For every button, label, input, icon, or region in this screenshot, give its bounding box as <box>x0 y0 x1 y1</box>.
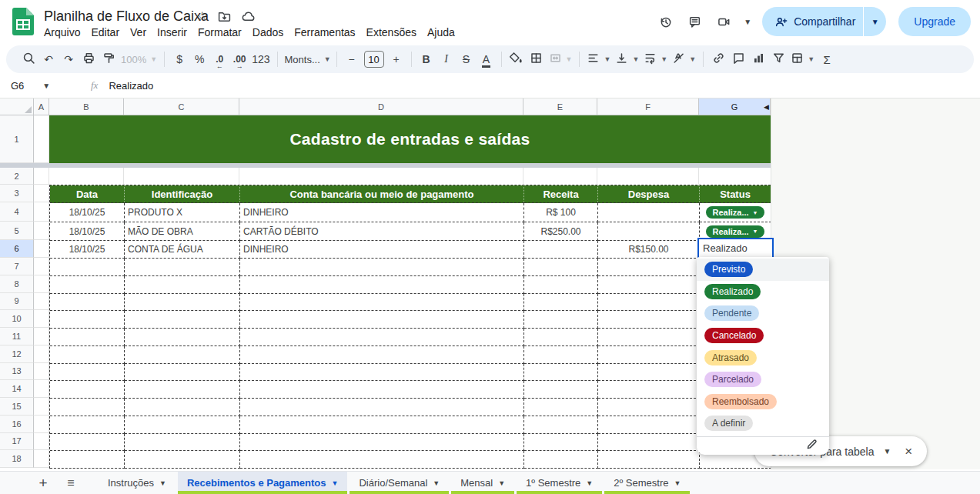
toolbar-borders[interactable] <box>527 49 547 69</box>
tab-di-rio-semanal[interactable]: Diário/Semanal▼ <box>350 472 449 494</box>
tab-caret-icon[interactable]: ▼ <box>159 479 166 487</box>
table-cell-empty[interactable] <box>240 364 524 382</box>
toolbar-table-views[interactable]: ▼ <box>788 49 817 69</box>
toolbar-format-currency[interactable]: $ <box>169 49 189 69</box>
row-header-15[interactable]: 15 <box>0 398 34 416</box>
table-cell[interactable]: PRODUTO X <box>125 203 240 222</box>
row-header-2[interactable]: 2 <box>0 168 34 185</box>
table-cell-empty[interactable] <box>50 399 125 416</box>
row-header-16[interactable]: 16 <box>0 416 34 433</box>
row-header-5[interactable]: 5 <box>0 222 34 240</box>
menu-editar[interactable]: Editar <box>85 25 125 40</box>
star-icon[interactable]: ☆ <box>196 10 208 24</box>
table-header-despesa[interactable]: Despesa <box>598 185 700 203</box>
column-header-G[interactable]: G◀ <box>699 98 771 115</box>
column-header-B[interactable]: B <box>49 98 124 115</box>
status-chip[interactable]: Realiza...▼ <box>706 225 764 238</box>
table-header-identifica-o[interactable]: Identificação <box>125 185 240 203</box>
table-cell-empty[interactable] <box>125 294 240 312</box>
column-header-F[interactable]: F <box>597 98 699 115</box>
toolbar-insert-link[interactable] <box>708 49 728 69</box>
toolbar-strikethrough[interactable]: S <box>457 49 477 69</box>
toolbar-decrease-decimals[interactable]: .0← <box>209 49 229 69</box>
toolbar-print[interactable] <box>79 49 99 69</box>
table-cell-empty[interactable] <box>240 294 524 312</box>
table-cell-empty[interactable] <box>50 259 125 276</box>
toolbar-merge-cells[interactable]: ▼ <box>547 49 575 69</box>
table-cell-empty[interactable] <box>240 399 524 416</box>
column-header-C[interactable]: C <box>124 98 239 115</box>
name-box[interactable]: G6 ▼ <box>0 80 77 92</box>
table-cell-empty[interactable] <box>598 381 700 399</box>
tab-recebimentos-e-pagamentos[interactable]: Recebimentos e Pagamentos▼ <box>178 472 348 494</box>
tab-caret-icon[interactable]: ▼ <box>586 479 593 487</box>
table-cell-empty[interactable] <box>524 416 598 434</box>
table-cell-empty[interactable] <box>50 276 125 294</box>
toolbar-text-color[interactable]: A <box>477 49 497 69</box>
name-box-caret-icon[interactable]: ▼ <box>42 82 50 90</box>
table-cell-empty[interactable] <box>240 329 524 346</box>
table-cell[interactable]: CONTA DE ÁGUA <box>125 241 240 259</box>
table-cell-empty[interactable] <box>240 416 524 434</box>
status-option-pendente[interactable]: Pendente <box>697 302 829 325</box>
video-meet-icon[interactable] <box>714 12 733 31</box>
menu-ferramentas[interactable]: Ferramentas <box>289 25 360 40</box>
table-cell[interactable]: DINHEIRO <box>240 203 524 222</box>
menu-ver[interactable]: Ver <box>125 25 152 40</box>
document-title[interactable]: Planilha de Fluxo de Caixa <box>44 8 209 25</box>
table-cell-empty[interactable] <box>240 259 524 276</box>
table-cell-empty[interactable] <box>50 451 125 469</box>
tab-caret-icon[interactable]: ▼ <box>433 479 440 487</box>
add-sheet-icon[interactable]: + <box>35 472 51 494</box>
toolbar-insert-comment[interactable] <box>728 49 748 69</box>
all-sheets-menu-icon[interactable]: ≡ <box>63 472 79 494</box>
status-option-cancelado[interactable]: Cancelado <box>697 325 829 347</box>
table-cell[interactable] <box>524 241 598 259</box>
toolbar-font-size-increase[interactable]: + <box>386 49 406 69</box>
table-cell-empty[interactable] <box>240 451 524 469</box>
row-header-1[interactable]: 1 <box>0 115 34 163</box>
upgrade-button[interactable]: Upgrade <box>898 7 971 36</box>
toolbar-paint-format[interactable] <box>99 49 119 69</box>
toolbar-more-formats[interactable]: 123 <box>249 49 272 69</box>
table-cell-empty[interactable] <box>240 381 524 399</box>
status-option-atrasado[interactable]: Atrasado <box>697 346 829 369</box>
table-cell[interactable]: 18/10/25 <box>50 203 125 222</box>
toolbar-create-filter[interactable] <box>768 49 788 69</box>
toolbar-redo[interactable]: ↷ <box>59 49 79 69</box>
table-cell-empty[interactable] <box>524 399 598 416</box>
toolbar-fill-color[interactable] <box>507 49 527 69</box>
toolbar-text-wrapping[interactable]: ▼ <box>641 49 670 69</box>
table-cell-empty[interactable] <box>598 451 700 469</box>
status-chip[interactable]: Realiza...▼ <box>706 206 764 219</box>
toolbar-bold[interactable]: B <box>416 49 436 69</box>
table-cell-empty[interactable] <box>524 434 598 452</box>
tab-mensal[interactable]: Mensal▼ <box>451 472 514 494</box>
table-cell-empty[interactable] <box>598 364 700 382</box>
status-option-realizado[interactable]: Realizado <box>697 281 829 303</box>
tab-1-semestre[interactable]: 1º Semestre▼ <box>517 472 602 494</box>
table-cell-empty[interactable] <box>240 434 524 452</box>
table-cell-empty[interactable] <box>125 399 240 416</box>
table-header-receita[interactable]: Receita <box>524 185 598 203</box>
table-cell[interactable]: 18/10/25 <box>50 241 125 259</box>
toolbar-format-percent[interactable]: % <box>189 49 209 69</box>
row-header-10[interactable]: 10 <box>0 310 34 328</box>
table-cell-empty[interactable] <box>125 451 240 469</box>
table-cell-empty[interactable] <box>125 434 240 452</box>
spreadsheet-grid[interactable]: ABCDEFG◀ 123456789101112131415161718 Cad… <box>0 98 771 469</box>
frozen-row-divider[interactable] <box>0 163 771 168</box>
share-options-caret[interactable]: ▼ <box>863 7 886 36</box>
menu-arquivo[interactable]: Arquivo <box>38 25 85 40</box>
toolbar-horizontal-align[interactable]: ▼ <box>584 49 613 69</box>
table-cell-empty[interactable] <box>524 364 598 382</box>
share-button-main[interactable]: Compartilhar <box>762 7 863 36</box>
convert-popup-close-icon[interactable]: × <box>905 444 912 459</box>
table-header-status[interactable]: Status <box>700 185 771 203</box>
table-cell-empty[interactable] <box>125 364 240 382</box>
table-cell-empty[interactable] <box>524 311 598 329</box>
toolbar-font-size-decrease[interactable]: − <box>342 49 362 69</box>
row-header-12[interactable]: 12 <box>0 345 34 363</box>
table-cell[interactable]: CARTÃO DÉBITO <box>240 222 524 241</box>
status-option-parcelado[interactable]: Parcelado <box>697 369 829 391</box>
